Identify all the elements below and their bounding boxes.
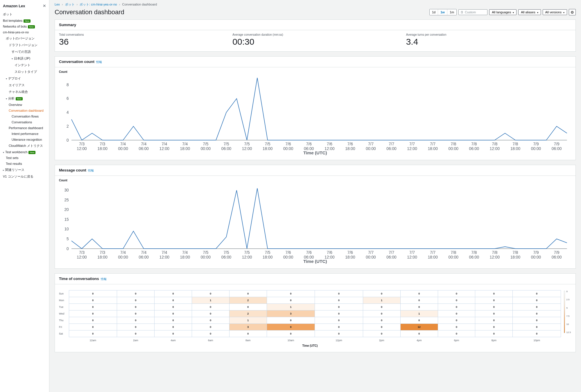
panel-title: Conversation count xyxy=(59,59,94,64)
sidebar-item[interactable]: デプロイ xyxy=(0,75,49,82)
svg-text:7/5: 7/5 xyxy=(244,142,250,146)
svg-text:7/4: 7/4 xyxy=(162,250,167,255)
info-link[interactable]: 情報 xyxy=(88,169,94,172)
heatmap-cell: 0 xyxy=(513,317,561,324)
sidebar-item[interactable]: CloudWatch メトリクス xyxy=(0,142,49,149)
sidebar-item[interactable]: Test sets xyxy=(0,155,49,161)
svg-text:00:00: 00:00 xyxy=(448,147,458,151)
breadcrumb-link[interactable]: Lex xyxy=(55,3,60,6)
heatmap-xlabel: Time (UTC) xyxy=(59,344,561,347)
sidebar-item[interactable]: インテント xyxy=(0,62,49,68)
sidebar-item-label: V1 コンソールに戻る xyxy=(3,175,33,178)
sidebar-item[interactable]: すべての言語 xyxy=(0,48,49,55)
svg-text:18:00: 18:00 xyxy=(510,255,521,259)
sidebar-item[interactable]: Conversation dashboard xyxy=(0,108,49,113)
svg-text:8: 8 xyxy=(67,83,69,87)
aliases-dropdown[interactable]: All aliases xyxy=(518,9,541,15)
svg-text:Time (UTC): Time (UTC) xyxy=(303,259,327,264)
breadcrumb-link[interactable]: ボット: cm-hirai-yes-or-no xyxy=(80,3,117,6)
heatmap-cell: 0 xyxy=(438,310,475,317)
heatmap-cell: 0 xyxy=(229,290,267,297)
info-link[interactable]: 情報 xyxy=(101,277,107,281)
range-1w-button[interactable]: 1w xyxy=(438,9,447,15)
sidebar-item[interactable]: ボット xyxy=(0,11,49,18)
svg-text:00:00: 00:00 xyxy=(531,255,541,259)
conversation-count-chart: 024687/312:007/318:007/400:007/406:007/4… xyxy=(59,75,571,155)
sidebar-item[interactable]: Conversation flows xyxy=(0,113,49,119)
languages-dropdown[interactable]: All languages xyxy=(489,9,517,15)
sidebar-item[interactable]: Test results xyxy=(0,161,49,167)
sidebar-item[interactable]: Conversations xyxy=(0,119,49,125)
heatmap-cell: 0 xyxy=(155,290,192,297)
svg-text:7/7: 7/7 xyxy=(389,142,394,146)
sidebar-item[interactable]: 日本語 (JP) xyxy=(0,55,49,62)
heatmap-cell: 0 xyxy=(438,317,475,324)
sidebar-item[interactable]: V1 コンソールに戻る xyxy=(0,173,49,180)
heatmap-row-label: Wed xyxy=(59,310,69,317)
svg-text:18:00: 18:00 xyxy=(345,255,355,259)
svg-text:06:00: 06:00 xyxy=(552,255,562,259)
sidebar-item[interactable]: ドラフトバージョン xyxy=(0,42,49,48)
heatmap-cell: 0 xyxy=(513,304,561,310)
heatmap-cell: 0 xyxy=(475,310,513,317)
svg-text:20: 20 xyxy=(64,207,69,212)
svg-text:18:00: 18:00 xyxy=(97,147,107,151)
svg-text:06:00: 06:00 xyxy=(139,255,149,259)
sidebar-item[interactable]: Performance dashboard xyxy=(0,125,49,131)
heatmap-col-label: 12pm xyxy=(315,337,363,344)
sidebar-item[interactable]: スロットタイプ xyxy=(0,68,49,75)
sidebar-item[interactable]: エイリアス xyxy=(0,82,49,88)
sidebar-item-label: Bot templates xyxy=(3,19,22,22)
sidebar-item-label: cm-hirai-yes-or-no xyxy=(3,30,29,34)
summary-header: Summary xyxy=(55,20,575,30)
svg-text:06:00: 06:00 xyxy=(386,147,397,151)
versions-dropdown[interactable]: All versions xyxy=(543,9,567,15)
heatmap-cell: 0 xyxy=(155,297,192,304)
sidebar-item-label: Intent performance xyxy=(12,132,38,136)
svg-text:7/7: 7/7 xyxy=(368,250,374,255)
sidebar-item[interactable]: cm-hirai-yes-or-no xyxy=(0,29,49,35)
sidebar-item[interactable]: ボットのバージョン xyxy=(0,35,49,42)
heatmap-cell: 0 xyxy=(513,297,561,304)
svg-text:0: 0 xyxy=(67,138,69,142)
sidebar-item[interactable]: Overview xyxy=(0,102,49,108)
heatmap-col-label: 10pm xyxy=(513,337,561,344)
sidebar-item[interactable]: 関連リソース xyxy=(0,167,49,173)
custom-date-input[interactable]: 🗓 Custom xyxy=(458,9,487,15)
svg-text:30: 30 xyxy=(64,188,69,192)
summary-item: Average turns per conversation3.4 xyxy=(402,30,575,51)
heatmap-cell: 0 xyxy=(192,290,229,297)
range-1m-button[interactable]: 1m xyxy=(447,9,456,15)
heatmap-cell: 0 xyxy=(192,304,229,310)
chart-sublabel: Count xyxy=(59,70,571,73)
svg-text:7/8: 7/8 xyxy=(492,142,498,146)
sidebar-item[interactable]: チャネル統合 xyxy=(0,88,49,95)
svg-text:7/6: 7/6 xyxy=(286,142,291,146)
svg-text:Time (UTC): Time (UTC) xyxy=(303,150,327,155)
settings-button[interactable]: ⚙ xyxy=(569,9,576,15)
range-1d-button[interactable]: 1d xyxy=(430,9,438,15)
sidebar-item[interactable]: 分析New xyxy=(0,95,49,102)
sidebar-item[interactable]: Utterance recognition xyxy=(0,137,49,142)
heatmap-cell: 0 xyxy=(315,304,363,310)
heatmap-cell: 0 xyxy=(475,330,513,337)
svg-text:7/4: 7/4 xyxy=(120,250,126,255)
sidebar-item[interactable]: Bot templatesNew xyxy=(0,18,49,24)
svg-text:7/8: 7/8 xyxy=(451,142,456,146)
heatmap-row-label: Sat xyxy=(59,330,69,337)
sidebar-item[interactable]: Test workbenchNew xyxy=(0,149,49,155)
breadcrumb-link[interactable]: ボット xyxy=(65,3,75,6)
sidebar-item[interactable]: Intent performance xyxy=(0,131,49,137)
sidebar-close-icon[interactable]: ✕ xyxy=(43,3,46,8)
svg-text:7/3: 7/3 xyxy=(100,250,105,255)
heatmap-cell: 0 xyxy=(438,304,475,310)
chevron-icon: › xyxy=(77,3,78,6)
sidebar-item[interactable]: Networks of botsNew xyxy=(0,24,49,29)
heatmap-cell: 12 xyxy=(400,324,438,330)
calendar-icon: 🗓 xyxy=(460,10,464,14)
svg-text:7/7: 7/7 xyxy=(430,250,435,255)
info-link[interactable]: 情報 xyxy=(96,60,102,64)
heatmap-cell: 0 xyxy=(69,297,117,304)
svg-text:00:00: 00:00 xyxy=(118,147,128,151)
new-badge: New xyxy=(16,97,23,100)
